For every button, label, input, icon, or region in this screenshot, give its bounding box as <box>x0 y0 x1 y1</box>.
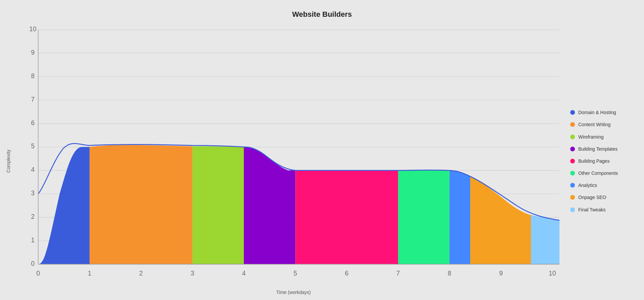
legend-label-building-templates: Building Templates <box>578 146 618 152</box>
legend-dot-content-writing <box>570 122 575 127</box>
legend-dot-final-tweaks <box>570 207 575 212</box>
svg-text:9: 9 <box>31 48 35 56</box>
svg-text:0: 0 <box>37 269 40 277</box>
legend-item-final-tweaks: Final Tweaks <box>570 207 634 213</box>
legend-dot-onpage-seo <box>570 195 575 200</box>
svg-text:7: 7 <box>31 95 35 103</box>
svg-text:9: 9 <box>499 269 503 277</box>
svg-text:2: 2 <box>31 213 35 220</box>
legend-dot-domain-hosting <box>570 110 575 115</box>
legend-label-analytics: Analytics <box>578 182 597 188</box>
building-pages-area <box>295 170 398 264</box>
plot-and-x: 0 1 2 3 4 5 6 7 8 9 10 0 1 2 3 <box>17 22 570 300</box>
chart-container: Website Builders Complexity <box>0 0 644 300</box>
svg-text:3: 3 <box>31 189 35 197</box>
legend-item-other-components: Other Components <box>570 170 634 176</box>
svg-text:6: 6 <box>345 269 348 277</box>
legend-label-onpage-seo: Onpage SEO <box>578 194 606 200</box>
svg-text:10: 10 <box>29 25 36 33</box>
legend-dot-building-templates <box>570 147 575 151</box>
legend-label-other-components: Other Components <box>578 170 618 176</box>
legend-dot-other-components <box>570 171 575 176</box>
final-tweaks-area <box>531 215 559 264</box>
legend-dot-wireframing <box>570 135 575 139</box>
svg-text:0: 0 <box>31 259 35 267</box>
chart-title: Website Builders <box>292 10 352 19</box>
plot-area: 0 1 2 3 4 5 6 7 8 9 10 0 1 2 3 <box>17 22 570 287</box>
legend-item-building-pages: Building Pages <box>570 158 634 164</box>
legend-item-analytics: Analytics <box>570 182 634 188</box>
svg-text:3: 3 <box>191 269 194 277</box>
svg-text:4: 4 <box>242 269 246 277</box>
x-axis-label: Time (workdays) <box>17 287 570 300</box>
legend-label-final-tweaks: Final Tweaks <box>578 207 605 213</box>
wireframing-area <box>193 146 244 264</box>
svg-text:8: 8 <box>31 72 35 80</box>
onpage-seo-area <box>470 177 531 264</box>
legend-item-content-writing: Content Writing <box>570 121 634 128</box>
legend-item-domain-hosting: Domain & Hosting <box>570 109 634 115</box>
svg-text:4: 4 <box>31 166 35 173</box>
legend-label-wireframing: Wireframing <box>578 134 603 140</box>
legend-item-building-templates: Building Templates <box>570 146 634 152</box>
building-templates-area <box>244 147 295 264</box>
legend-item-wireframing: Wireframing <box>570 134 634 140</box>
legend-item-onpage-seo: Onpage SEO <box>570 194 634 200</box>
svg-text:1: 1 <box>88 269 92 277</box>
svg-text:8: 8 <box>448 269 451 277</box>
svg-text:5: 5 <box>31 142 35 150</box>
other-components-area <box>398 170 449 264</box>
svg-text:7: 7 <box>396 269 400 277</box>
legend-label-content-writing: Content Writing <box>578 121 610 128</box>
chart-svg: 0 1 2 3 4 5 6 7 8 9 10 0 1 2 3 <box>17 22 570 287</box>
svg-text:2: 2 <box>139 269 143 277</box>
content-writing-area <box>90 145 193 264</box>
domain-hosting-area <box>38 147 90 264</box>
legend-dot-building-pages <box>570 159 575 163</box>
svg-text:6: 6 <box>31 119 35 127</box>
analytics-area <box>449 170 470 264</box>
y-axis-label: Complexity <box>6 149 11 172</box>
chart-area: Complexity <box>0 22 644 300</box>
svg-text:10: 10 <box>549 269 556 277</box>
legend-label-building-pages: Building Pages <box>578 158 609 164</box>
legend-label-domain-hosting: Domain & Hosting <box>578 109 616 115</box>
svg-text:5: 5 <box>293 269 297 277</box>
legend-dot-analytics <box>570 183 575 188</box>
svg-text:1: 1 <box>31 236 35 244</box>
y-axis-label-container: Complexity <box>0 22 17 300</box>
legend: Domain & Hosting Content Writing Wirefra… <box>570 22 644 300</box>
